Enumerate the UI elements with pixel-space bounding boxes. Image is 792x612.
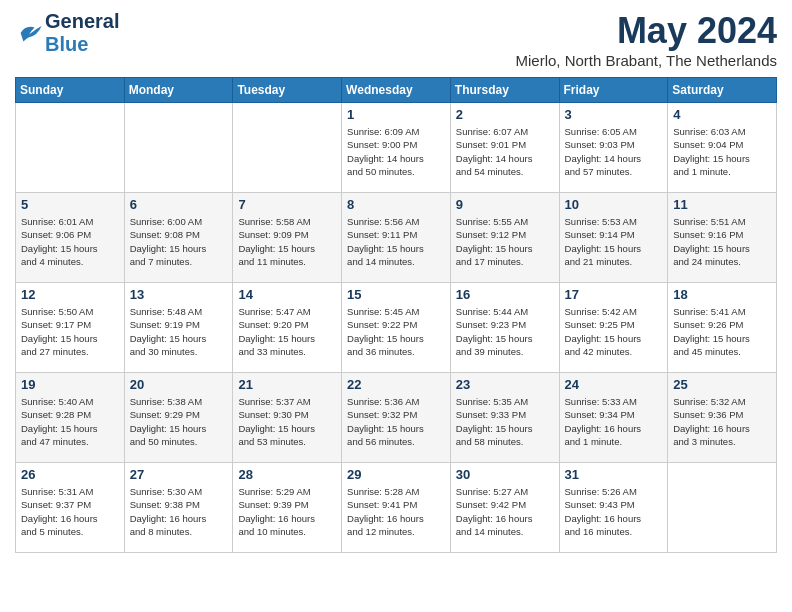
main-title: May 2024	[515, 10, 777, 52]
day-number: 16	[456, 287, 554, 302]
day-info: Sunrise: 5:26 AMSunset: 9:43 PMDaylight:…	[565, 485, 663, 538]
day-number: 20	[130, 377, 228, 392]
day-info: Sunrise: 5:29 AMSunset: 9:39 PMDaylight:…	[238, 485, 336, 538]
calendar-cell: 14Sunrise: 5:47 AMSunset: 9:20 PMDayligh…	[233, 283, 342, 373]
calendar-table: SundayMondayTuesdayWednesdayThursdayFrid…	[15, 77, 777, 553]
day-number: 13	[130, 287, 228, 302]
day-number: 14	[238, 287, 336, 302]
calendar-cell: 3Sunrise: 6:05 AMSunset: 9:03 PMDaylight…	[559, 103, 668, 193]
day-number: 5	[21, 197, 119, 212]
day-number: 26	[21, 467, 119, 482]
weekday-header-saturday: Saturday	[668, 78, 777, 103]
day-number: 28	[238, 467, 336, 482]
calendar-cell	[233, 103, 342, 193]
calendar-cell: 26Sunrise: 5:31 AMSunset: 9:37 PMDayligh…	[16, 463, 125, 553]
week-row-1: 1Sunrise: 6:09 AMSunset: 9:00 PMDaylight…	[16, 103, 777, 193]
day-info: Sunrise: 5:28 AMSunset: 9:41 PMDaylight:…	[347, 485, 445, 538]
day-number: 29	[347, 467, 445, 482]
week-row-3: 12Sunrise: 5:50 AMSunset: 9:17 PMDayligh…	[16, 283, 777, 373]
day-info: Sunrise: 5:44 AMSunset: 9:23 PMDaylight:…	[456, 305, 554, 358]
day-number: 22	[347, 377, 445, 392]
day-number: 7	[238, 197, 336, 212]
calendar-cell: 17Sunrise: 5:42 AMSunset: 9:25 PMDayligh…	[559, 283, 668, 373]
calendar-cell: 1Sunrise: 6:09 AMSunset: 9:00 PMDaylight…	[342, 103, 451, 193]
day-info: Sunrise: 6:01 AMSunset: 9:06 PMDaylight:…	[21, 215, 119, 268]
calendar-cell: 24Sunrise: 5:33 AMSunset: 9:34 PMDayligh…	[559, 373, 668, 463]
calendar-cell: 15Sunrise: 5:45 AMSunset: 9:22 PMDayligh…	[342, 283, 451, 373]
week-row-5: 26Sunrise: 5:31 AMSunset: 9:37 PMDayligh…	[16, 463, 777, 553]
weekday-header-thursday: Thursday	[450, 78, 559, 103]
day-number: 11	[673, 197, 771, 212]
day-info: Sunrise: 5:48 AMSunset: 9:19 PMDaylight:…	[130, 305, 228, 358]
day-number: 15	[347, 287, 445, 302]
day-info: Sunrise: 5:42 AMSunset: 9:25 PMDaylight:…	[565, 305, 663, 358]
day-info: Sunrise: 5:50 AMSunset: 9:17 PMDaylight:…	[21, 305, 119, 358]
day-number: 25	[673, 377, 771, 392]
calendar-cell: 4Sunrise: 6:03 AMSunset: 9:04 PMDaylight…	[668, 103, 777, 193]
day-number: 19	[21, 377, 119, 392]
calendar-cell: 21Sunrise: 5:37 AMSunset: 9:30 PMDayligh…	[233, 373, 342, 463]
day-info: Sunrise: 5:38 AMSunset: 9:29 PMDaylight:…	[130, 395, 228, 448]
week-row-2: 5Sunrise: 6:01 AMSunset: 9:06 PMDaylight…	[16, 193, 777, 283]
day-info: Sunrise: 5:30 AMSunset: 9:38 PMDaylight:…	[130, 485, 228, 538]
calendar-cell: 5Sunrise: 6:01 AMSunset: 9:06 PMDaylight…	[16, 193, 125, 283]
day-number: 12	[21, 287, 119, 302]
day-number: 4	[673, 107, 771, 122]
weekday-header-sunday: Sunday	[16, 78, 125, 103]
day-info: Sunrise: 5:37 AMSunset: 9:30 PMDaylight:…	[238, 395, 336, 448]
weekday-header-wednesday: Wednesday	[342, 78, 451, 103]
weekday-header-monday: Monday	[124, 78, 233, 103]
day-info: Sunrise: 5:27 AMSunset: 9:42 PMDaylight:…	[456, 485, 554, 538]
logo-blue: Blue	[45, 33, 119, 56]
day-info: Sunrise: 6:09 AMSunset: 9:00 PMDaylight:…	[347, 125, 445, 178]
day-number: 1	[347, 107, 445, 122]
day-info: Sunrise: 5:45 AMSunset: 9:22 PMDaylight:…	[347, 305, 445, 358]
day-number: 30	[456, 467, 554, 482]
day-number: 10	[565, 197, 663, 212]
day-number: 24	[565, 377, 663, 392]
logo: General Blue	[15, 10, 119, 56]
day-info: Sunrise: 5:51 AMSunset: 9:16 PMDaylight:…	[673, 215, 771, 268]
day-info: Sunrise: 5:40 AMSunset: 9:28 PMDaylight:…	[21, 395, 119, 448]
weekday-header-tuesday: Tuesday	[233, 78, 342, 103]
day-number: 23	[456, 377, 554, 392]
day-info: Sunrise: 5:47 AMSunset: 9:20 PMDaylight:…	[238, 305, 336, 358]
day-info: Sunrise: 6:00 AMSunset: 9:08 PMDaylight:…	[130, 215, 228, 268]
day-number: 8	[347, 197, 445, 212]
logo-bird-icon	[15, 19, 43, 47]
weekday-header-row: SundayMondayTuesdayWednesdayThursdayFrid…	[16, 78, 777, 103]
day-number: 21	[238, 377, 336, 392]
title-block: May 2024 Mierlo, North Brabant, The Neth…	[515, 10, 777, 69]
day-info: Sunrise: 6:05 AMSunset: 9:03 PMDaylight:…	[565, 125, 663, 178]
day-info: Sunrise: 6:03 AMSunset: 9:04 PMDaylight:…	[673, 125, 771, 178]
page-header: General Blue May 2024 Mierlo, North Brab…	[15, 10, 777, 69]
calendar-cell: 22Sunrise: 5:36 AMSunset: 9:32 PMDayligh…	[342, 373, 451, 463]
day-number: 2	[456, 107, 554, 122]
day-info: Sunrise: 5:41 AMSunset: 9:26 PMDaylight:…	[673, 305, 771, 358]
calendar-cell: 31Sunrise: 5:26 AMSunset: 9:43 PMDayligh…	[559, 463, 668, 553]
day-number: 9	[456, 197, 554, 212]
day-info: Sunrise: 5:36 AMSunset: 9:32 PMDaylight:…	[347, 395, 445, 448]
calendar-cell: 18Sunrise: 5:41 AMSunset: 9:26 PMDayligh…	[668, 283, 777, 373]
day-info: Sunrise: 5:32 AMSunset: 9:36 PMDaylight:…	[673, 395, 771, 448]
calendar-cell: 20Sunrise: 5:38 AMSunset: 9:29 PMDayligh…	[124, 373, 233, 463]
calendar-cell: 27Sunrise: 5:30 AMSunset: 9:38 PMDayligh…	[124, 463, 233, 553]
calendar-cell: 25Sunrise: 5:32 AMSunset: 9:36 PMDayligh…	[668, 373, 777, 463]
calendar-cell: 6Sunrise: 6:00 AMSunset: 9:08 PMDaylight…	[124, 193, 233, 283]
week-row-4: 19Sunrise: 5:40 AMSunset: 9:28 PMDayligh…	[16, 373, 777, 463]
calendar-cell: 7Sunrise: 5:58 AMSunset: 9:09 PMDaylight…	[233, 193, 342, 283]
calendar-cell	[124, 103, 233, 193]
calendar-cell	[668, 463, 777, 553]
calendar-cell: 30Sunrise: 5:27 AMSunset: 9:42 PMDayligh…	[450, 463, 559, 553]
day-info: Sunrise: 5:31 AMSunset: 9:37 PMDaylight:…	[21, 485, 119, 538]
subtitle: Mierlo, North Brabant, The Netherlands	[515, 52, 777, 69]
calendar-cell: 8Sunrise: 5:56 AMSunset: 9:11 PMDaylight…	[342, 193, 451, 283]
calendar-cell: 11Sunrise: 5:51 AMSunset: 9:16 PMDayligh…	[668, 193, 777, 283]
calendar-cell: 29Sunrise: 5:28 AMSunset: 9:41 PMDayligh…	[342, 463, 451, 553]
day-number: 6	[130, 197, 228, 212]
calendar-cell: 19Sunrise: 5:40 AMSunset: 9:28 PMDayligh…	[16, 373, 125, 463]
calendar-cell: 10Sunrise: 5:53 AMSunset: 9:14 PMDayligh…	[559, 193, 668, 283]
calendar-cell: 9Sunrise: 5:55 AMSunset: 9:12 PMDaylight…	[450, 193, 559, 283]
calendar-cell: 2Sunrise: 6:07 AMSunset: 9:01 PMDaylight…	[450, 103, 559, 193]
calendar-cell: 28Sunrise: 5:29 AMSunset: 9:39 PMDayligh…	[233, 463, 342, 553]
